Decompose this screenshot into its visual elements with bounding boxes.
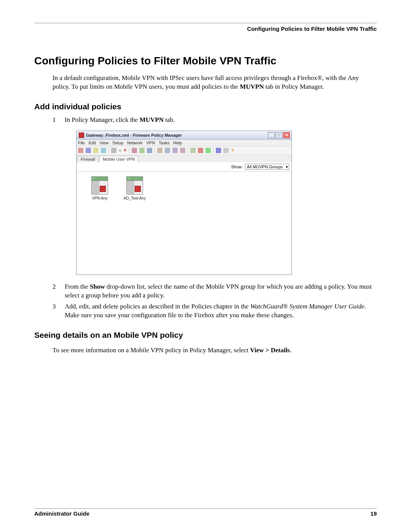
policy-icon [91, 176, 108, 195]
tab-firewall[interactable]: Firewall [77, 156, 99, 162]
toolbar-separator [129, 147, 129, 153]
window-title: Gateway_Firebox.xml - Fireware Policy Ma… [86, 133, 182, 137]
policy-item[interactable]: VPN-Any [86, 176, 114, 200]
menubar: File Edit View Setup Network VPN Tasks H… [76, 140, 292, 146]
toolbar-icon[interactable] [157, 148, 162, 153]
toolbar-separator [108, 147, 109, 153]
toolbar-icon[interactable] [180, 148, 185, 153]
step-1: In Policy Manager, click the MUVPN tab. [53, 116, 377, 125]
running-head: Configuring Policies to Filter Mobile VP… [34, 26, 377, 32]
toolbar-separator [213, 147, 213, 153]
menu-tasks[interactable]: Tasks [159, 141, 169, 145]
menu-network[interactable]: Network [127, 141, 142, 145]
menu-edit[interactable]: Edit [89, 141, 96, 145]
filter-icon[interactable] [111, 148, 116, 153]
step3-ital: WatchGuard® System Manager User Guide [250, 303, 365, 310]
plus-icon[interactable]: + [119, 148, 121, 153]
toolbar-separator [155, 147, 155, 153]
titlebar: Gateway_Firebox.xml - Fireware Policy Ma… [76, 131, 292, 140]
seeing-paragraph: To see more information on a Mobile VPN … [53, 346, 377, 355]
toolbar-icon[interactable] [206, 148, 211, 153]
toolbar-icon[interactable] [190, 148, 196, 153]
toolbar-icon[interactable] [78, 148, 83, 153]
step1-post: tab. [164, 116, 175, 123]
footer-left: Administrator Guide [34, 510, 89, 517]
toolbar-icon[interactable] [223, 148, 229, 153]
step1-bold: MUVPN [140, 116, 164, 123]
maximize-button[interactable]: □ [276, 132, 282, 138]
close-button[interactable]: ✕ [283, 132, 290, 138]
app-window: Gateway_Firebox.xml - Fireware Policy Ma… [76, 131, 292, 275]
policy-icon [126, 176, 143, 195]
x-icon[interactable]: ✕ [123, 148, 127, 153]
help-icon[interactable]: ? [231, 148, 234, 153]
menu-setup[interactable]: Setup [112, 141, 123, 145]
show-label: Show: [231, 165, 243, 169]
step2-pre: From the [65, 283, 90, 290]
menu-file[interactable]: File [78, 141, 85, 145]
footer: Administrator Guide 19 [34, 508, 377, 517]
chevron-down-icon: ▾ [286, 165, 288, 169]
step3-pre: Add, edit, and delete policies as descri… [65, 303, 250, 310]
toolbar-icon[interactable] [198, 148, 203, 153]
subheading-seeing-details: Seeing details on an Mobile VPN policy [34, 331, 377, 340]
menu-view[interactable]: View [100, 141, 109, 145]
page-number: 19 [370, 510, 377, 517]
policy-item[interactable]: AD_Test-Any [121, 176, 149, 200]
step1-pre: In Policy Manager, click the [65, 116, 140, 123]
toolbar-separator [188, 147, 188, 153]
toolbar: + ✕ ? [76, 146, 292, 155]
screenshot: Gateway_Firebox.xml - Fireware Policy Ma… [76, 131, 377, 275]
tab-muvpn[interactable]: Mobile User VPN [99, 156, 138, 162]
intro-bold: MUVPN [240, 83, 264, 90]
step-2: From the Show drop-down list, select the… [53, 283, 377, 300]
toolbar-icon[interactable] [165, 148, 170, 153]
seeing-pre: To see more information on a Mobile VPN … [53, 347, 250, 354]
section-title: Configuring Policies to Filter Mobile VP… [34, 55, 377, 67]
intro-post: tab in Policy Manager. [264, 83, 324, 90]
seeing-bold: View > Details [250, 347, 290, 354]
toolbar-icon[interactable] [139, 148, 145, 153]
toolbar-icon[interactable] [86, 148, 91, 153]
subheading-add-policies: Add individual policies [34, 102, 377, 111]
show-bar: Show: All MUVPN Groups ▾ [76, 162, 292, 172]
step2-bold: Show [90, 283, 105, 290]
step2-post: drop-down list, select the name of the M… [65, 283, 372, 299]
toolbar-icon[interactable] [93, 148, 99, 153]
step-3: Add, edit, and delete policies as descri… [53, 302, 377, 320]
minimize-button[interactable]: _ [268, 132, 275, 138]
toolbar-icon[interactable] [147, 148, 152, 153]
toolbar-icon[interactable] [216, 148, 221, 153]
tabbar: Firewall Mobile User VPN [76, 155, 292, 162]
policy-canvas: VPN-Any AD_Test-Any [76, 172, 292, 275]
intro-paragraph: In a default configuration, Mobile VPN w… [53, 74, 377, 91]
seeing-post: . [290, 347, 291, 354]
app-icon [79, 133, 84, 138]
menu-vpn[interactable]: VPN [146, 141, 155, 145]
show-value: All MUVPN Groups [247, 165, 283, 169]
menu-help[interactable]: Help [173, 141, 182, 145]
toolbar-icon[interactable] [101, 148, 106, 153]
policy-label: VPN-Any [92, 196, 107, 200]
toolbar-icon[interactable] [132, 148, 137, 153]
toolbar-icon[interactable] [172, 148, 178, 153]
show-dropdown[interactable]: All MUVPN Groups ▾ [245, 164, 289, 170]
policy-label: AD_Test-Any [124, 196, 146, 200]
